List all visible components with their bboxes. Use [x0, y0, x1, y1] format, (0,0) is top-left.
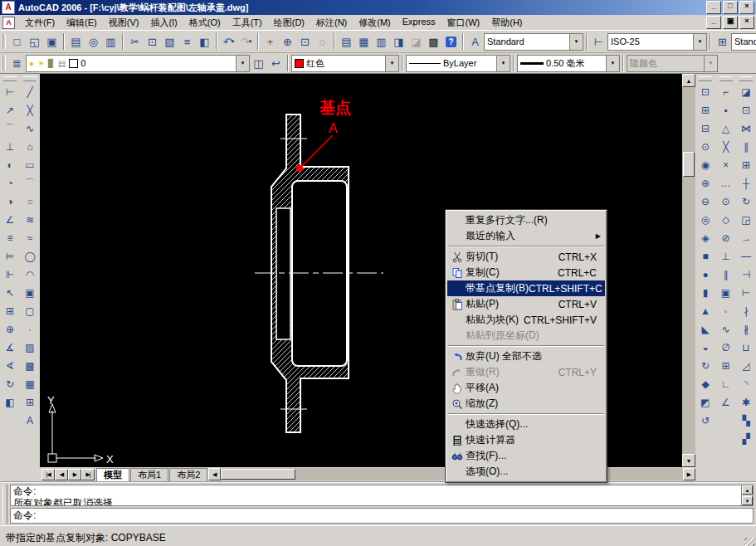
dim-baseline-icon[interactable]: ⊨	[1, 247, 19, 266]
zoom-realtime-icon[interactable]: ⊕	[279, 33, 296, 50]
ucs-world-icon[interactable]: ∠	[717, 393, 735, 412]
copy-object-icon[interactable]: ⊡	[737, 101, 755, 119]
text-style-combo[interactable]: Standard ▼	[484, 33, 583, 51]
command-history[interactable]: 命令:所有对象都已取消选择 ▲ ▼	[10, 485, 754, 506]
zoom-in-icon[interactable]: ⊕	[696, 174, 715, 193]
ucs-toolbar-icon[interactable]: ∟	[717, 375, 735, 393]
snap-node-icon[interactable]: ◦	[717, 302, 735, 320]
dim-linear-icon[interactable]: ⊢	[1, 83, 19, 101]
erase-icon[interactable]: ◪	[737, 83, 755, 101]
dim-radius-icon[interactable]: ◐	[1, 156, 19, 174]
prev-tab-button[interactable]: ◀	[55, 469, 68, 480]
sheet-set-manager-icon[interactable]: ◨	[390, 33, 407, 50]
new-icon[interactable]: □	[8, 33, 26, 50]
doc-close-button[interactable]: ×	[739, 16, 754, 29]
construction-line-icon[interactable]: ╳	[21, 101, 39, 119]
chevron-down-icon[interactable]: ▼	[569, 34, 583, 50]
scroll-right-icon[interactable]: ▶	[683, 468, 695, 480]
layer-previous-icon[interactable]: ↩	[267, 55, 285, 71]
stretch-icon[interactable]: →	[737, 229, 755, 247]
solid-box-icon[interactable]: ■	[696, 247, 715, 266]
snap-none-icon[interactable]: ∅	[717, 339, 735, 357]
dim-aligned-icon[interactable]: ↗	[1, 101, 19, 119]
redo-icon[interactable]: ↷▾	[237, 33, 255, 50]
quick-dimension-icon[interactable]: ≡	[1, 229, 19, 247]
scroll-down-icon[interactable]: ▼	[742, 496, 753, 505]
rotate-icon[interactable]: ↻	[737, 193, 755, 211]
next-tab-button[interactable]: ▶	[68, 469, 81, 480]
center-mark-icon[interactable]: ⊕	[1, 320, 19, 339]
dim-style-icon[interactable]: ◧	[1, 393, 19, 412]
maximize-button[interactable]: □	[723, 1, 738, 14]
layer-properties-manager-icon[interactable]: ≣	[8, 55, 26, 71]
snap-center-icon[interactable]: ⊙	[717, 193, 735, 211]
layer-combo[interactable]: ●☀▊▤0 ▼	[26, 55, 250, 72]
solid-wedge-icon[interactable]: ◣	[696, 320, 715, 339]
zoom-window-icon[interactable]: ⊡	[696, 83, 715, 101]
table-style-combo[interactable]: Standard	[731, 33, 756, 51]
plot-icon[interactable]: ▤	[67, 33, 85, 50]
break-icon[interactable]: ∦	[737, 320, 755, 339]
zoom-scale-icon[interactable]: ⊟	[696, 119, 715, 138]
dim-style-manager-icon[interactable]: ⊢	[590, 33, 607, 50]
chevron-down-icon[interactable]: ▼	[606, 56, 619, 71]
zoom-all-icon[interactable]: ◎	[696, 211, 715, 229]
menu-item-find[interactable]: 查找(F)...	[447, 448, 605, 464]
snap-quadrant-icon[interactable]: ◇	[717, 211, 735, 229]
polygon-icon[interactable]: ⌂	[21, 138, 39, 156]
menu-item-paste[interactable]: 粘贴(P)CTRL+V	[447, 296, 605, 312]
designcenter-icon[interactable]: ▦	[355, 33, 373, 50]
trim-icon[interactable]: ⊣	[737, 266, 755, 284]
menu-item-undo[interactable]: 放弃(U) 全部不选	[447, 349, 605, 364]
region-icon[interactable]: ▦	[21, 375, 39, 393]
menubar-item-1[interactable]: 编辑(E)	[61, 15, 103, 31]
close-button[interactable]: ×	[739, 1, 754, 14]
copy-icon[interactable]: ⊡	[144, 33, 161, 50]
dim-jogged-icon[interactable]: ◔	[1, 174, 19, 193]
array-icon[interactable]: ⊞	[737, 156, 755, 174]
zoom-previous-icon[interactable]: ◌	[314, 33, 331, 50]
dim-arc-length-icon[interactable]: ⌒	[1, 119, 19, 138]
quick-leader-icon[interactable]: ↖	[1, 284, 19, 302]
vertical-scrollbar[interactable]: ▲ ▼	[682, 74, 695, 467]
circle-icon[interactable]: ○	[21, 193, 39, 211]
zoom-center-icon[interactable]: ⊙	[696, 138, 715, 156]
menubar-item-6[interactable]: 绘图(D)	[268, 15, 310, 31]
extend-icon[interactable]: ⊢	[737, 284, 755, 302]
regen-icon[interactable]: ↺	[696, 412, 715, 430]
rectangle-icon[interactable]: ▭	[21, 156, 39, 174]
zoom-window-icon[interactable]: ⊡	[296, 33, 314, 50]
scroll-up-icon[interactable]: ▲	[682, 74, 695, 87]
menubar-item-10[interactable]: 窗口(W)	[441, 15, 486, 31]
menu-item-repeat-mtext[interactable]: 重复多行文字...(R)	[447, 212, 605, 228]
send-to-back-icon[interactable]: ▞	[737, 430, 755, 448]
vertical-scroll-track[interactable]	[682, 87, 695, 454]
doc-restore-button[interactable]: ▣	[723, 16, 738, 29]
menu-item-quick-select[interactable]: 快速选择(Q)...	[447, 417, 605, 432]
command-window-grip[interactable]	[2, 485, 7, 524]
properties-palette-icon[interactable]: ▤	[338, 33, 355, 50]
solid-sphere-icon[interactable]: ●	[696, 266, 715, 284]
menubar-item-3[interactable]: 插入(I)	[144, 15, 183, 31]
text-style-manager-icon[interactable]: A	[466, 33, 484, 50]
minimize-button[interactable]: _	[706, 1, 721, 14]
menu-item-options[interactable]: 选项(O)...	[447, 464, 605, 480]
toolbar-grip[interactable]	[719, 76, 733, 81]
menu-item-copy[interactable]: 复制(C)CTRL+C	[447, 265, 605, 280]
snap-extension-icon[interactable]: …	[717, 174, 735, 193]
pan-icon[interactable]: +	[261, 33, 279, 50]
offset-icon[interactable]: ∥	[737, 138, 755, 156]
dim-continue-icon[interactable]: ⊩	[1, 266, 19, 284]
table-icon[interactable]: ⊞	[21, 393, 39, 412]
explode-icon[interactable]: ✱	[737, 393, 755, 412]
menu-item-paste-as-block[interactable]: 粘贴为块(K)CTRL+SHIFT+V	[447, 312, 605, 328]
bring-to-front-icon[interactable]: ▚	[737, 412, 755, 430]
menu-item-recent-input[interactable]: 最近的输入▶	[447, 228, 605, 244]
menubar-item-8[interactable]: 修改(M)	[353, 15, 397, 31]
snap-insert-icon[interactable]: ▣	[717, 284, 735, 302]
zoom-extents-icon[interactable]: ◈	[696, 229, 715, 247]
snap-parallel-icon[interactable]: ∥	[717, 266, 735, 284]
ellipse-icon[interactable]: ◯	[21, 247, 39, 266]
snap-nearest-icon[interactable]: ∿	[717, 320, 735, 339]
render-icon[interactable]: ◆	[696, 375, 715, 393]
